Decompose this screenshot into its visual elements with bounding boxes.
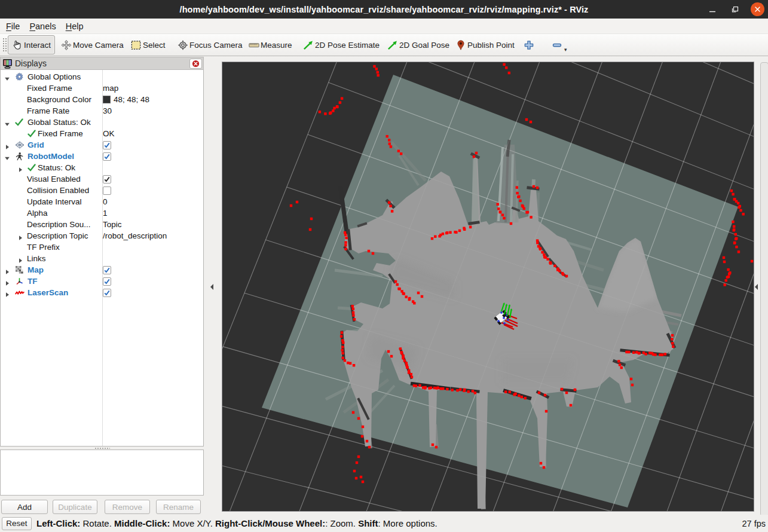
tree-row-collision-enabled[interactable]: Collision Enabled <box>1 185 203 196</box>
expander-right-icon[interactable] <box>17 233 23 239</box>
menu-label: File <box>6 22 20 31</box>
tree-row-laserscan[interactable]: LaserScan <box>1 287 203 298</box>
tree-row-global-options[interactable]: Global Options <box>1 71 203 82</box>
row-checkbox[interactable] <box>103 186 111 195</box>
render-viewport[interactable] <box>222 62 754 511</box>
add-button[interactable]: Add <box>1 500 48 514</box>
map-icon <box>15 265 24 274</box>
tool-2d-pose-estimate-button[interactable]: 2D Pose Estimate <box>299 35 384 54</box>
menu-file[interactable]: File <box>1 19 25 33</box>
tree-row-value[interactable]: map <box>103 82 118 94</box>
tree-row-label: Visual Enabled <box>27 173 81 185</box>
tree-row-status-ok[interactable]: Status: Ok <box>1 162 203 173</box>
tool-publish-point-button[interactable]: Publish Point <box>451 35 519 54</box>
duplicate-button[interactable]: Duplicate <box>53 500 97 514</box>
tree-row-value[interactable]: OK <box>103 128 115 139</box>
tree-row-value[interactable]: 30 <box>103 105 112 117</box>
expander-right-icon[interactable] <box>17 255 23 261</box>
goal-pose-icon <box>387 39 398 50</box>
tree-row-background-color[interactable]: Background Color48; 48; 48 <box>1 94 203 105</box>
tree-row-label: Grid <box>27 139 44 151</box>
row-checkbox[interactable] <box>103 266 111 274</box>
tree-row-value[interactable]: 0 <box>103 196 108 207</box>
maximize-button[interactable] <box>728 2 742 17</box>
robot-icon <box>15 152 24 161</box>
tool-interact-button[interactable]: Interact <box>8 35 55 54</box>
tool-2d-goal-pose-button[interactable]: 2D Goal Pose <box>383 35 454 54</box>
tree-row-value[interactable]: 1 <box>103 207 108 219</box>
tree-row-map[interactable]: Map <box>1 264 203 276</box>
tree-row-value[interactable]: /robot_description <box>103 230 167 241</box>
expander-down-icon[interactable] <box>4 119 10 125</box>
measure-icon <box>249 39 259 50</box>
publish-point-icon <box>455 39 466 50</box>
tree-row-links[interactable]: Links <box>1 253 203 264</box>
tree-row-value[interactable]: 48; 48; 48 <box>103 94 149 105</box>
expander-down-icon[interactable] <box>4 153 10 159</box>
tree-row-alpha[interactable]: Alpha1 <box>1 207 203 219</box>
close-button[interactable] <box>751 2 764 16</box>
tree-row-grid[interactable]: Grid <box>1 139 203 151</box>
tree-row-label: Alpha <box>27 207 48 219</box>
tree-row-label: TF <box>27 276 38 287</box>
minimize-button[interactable] <box>705 2 720 17</box>
displays-panel-header[interactable]: Displays <box>0 57 204 70</box>
map-3d-scene[interactable] <box>222 62 754 511</box>
pose-estimate-icon <box>303 39 314 50</box>
remove-button[interactable]: Remove <box>105 500 150 514</box>
tool-label: Move Camera <box>73 41 124 50</box>
titlebar[interactable]: /home/yahboom/dev_ws/install/yahboomcar_… <box>0 0 768 19</box>
tree-row-label: Description Sou... <box>27 219 91 230</box>
menu-panels[interactable]: Panels <box>25 19 60 33</box>
menu-help[interactable]: Help <box>61 19 88 33</box>
tree-row-label: Links <box>27 253 46 264</box>
right-splitter-collapse-icon[interactable] <box>755 284 758 290</box>
reset-button[interactable]: Reset <box>2 517 32 530</box>
tool-focus-camera-button[interactable]: Focus Camera <box>173 35 247 54</box>
tree-row-description-topic[interactable]: Description Topic/robot_description <box>1 230 203 241</box>
color-swatch[interactable] <box>103 96 111 103</box>
move-camera-icon <box>61 39 72 50</box>
tree-row-tf[interactable]: TF <box>1 276 203 287</box>
row-checkbox[interactable] <box>103 175 111 184</box>
rename-button[interactable]: Rename <box>156 500 201 514</box>
tool-select-button[interactable]: Select <box>127 35 170 54</box>
tree-row-robotmodel[interactable]: RobotModel <box>1 151 203 162</box>
expander-right-icon[interactable] <box>17 164 23 170</box>
dropdown-caret-icon: ▾ <box>564 47 567 54</box>
displays-panel-title: Displays <box>15 59 47 68</box>
select-icon <box>131 39 142 50</box>
tool-measure-button[interactable]: Measure <box>244 35 296 54</box>
tree-row-fixed-frame[interactable]: Fixed Framemap <box>1 82 203 94</box>
row-checkbox[interactable] <box>103 152 111 161</box>
tree-row-visual-enabled[interactable]: Visual Enabled <box>1 173 203 185</box>
tree-row-tf-prefix[interactable]: TF Prefix <box>1 241 203 253</box>
row-checkbox[interactable] <box>103 141 111 149</box>
left-splitter-collapse-icon[interactable] <box>210 284 213 290</box>
tree-row-label: Frame Rate <box>27 105 69 117</box>
right-dock-strip[interactable] <box>760 62 768 516</box>
row-checkbox[interactable] <box>103 277 111 286</box>
tree-row-description-sou-[interactable]: Description Sou...Topic <box>1 219 203 230</box>
row-checkbox[interactable] <box>103 289 111 297</box>
tree-row-label: Global Options <box>27 71 81 82</box>
toolbar-grip[interactable] <box>2 37 7 53</box>
tool-add-tool-button[interactable] <box>519 35 538 54</box>
tool-remove-tool-button[interactable]: ▾ <box>547 35 571 54</box>
displays-panel-close-button[interactable] <box>189 59 202 69</box>
expander-right-icon[interactable] <box>4 142 10 148</box>
expander-right-icon[interactable] <box>4 289 10 295</box>
tool-label: Interact <box>24 41 51 50</box>
expander-down-icon[interactable] <box>4 74 10 80</box>
displays-tree[interactable]: Global OptionsFixed FramemapBackground C… <box>0 70 204 447</box>
tree-row-global-status-ok[interactable]: Global Status: Ok <box>1 117 203 128</box>
tree-row-value[interactable]: Topic <box>103 219 122 230</box>
tool-move-camera-button[interactable]: Move Camera <box>57 35 128 54</box>
expander-right-icon[interactable] <box>4 278 10 284</box>
expander-right-icon[interactable] <box>4 267 10 273</box>
tree-row-frame-rate[interactable]: Frame Rate30 <box>1 105 203 117</box>
tree-row-fixed-frame[interactable]: Fixed FrameOK <box>1 128 203 139</box>
interact-icon <box>12 39 23 50</box>
tree-row-update-interval[interactable]: Update Interval0 <box>1 196 203 207</box>
tool-label: Measure <box>261 41 292 50</box>
